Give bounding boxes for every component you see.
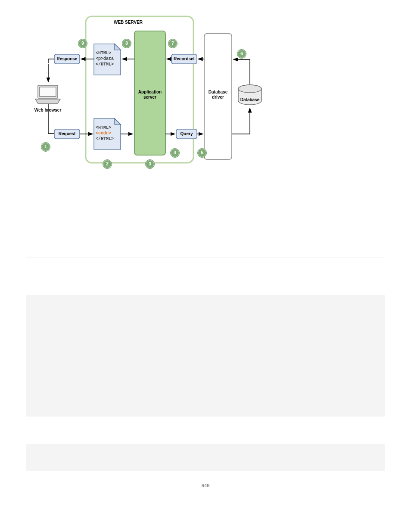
page-number: 648	[26, 483, 385, 488]
db-driver-label: Database driver	[206, 90, 230, 100]
svg-rect-9	[40, 87, 56, 96]
badge-5: 5	[197, 148, 207, 158]
badge-7: 7	[168, 39, 177, 48]
response-box-label: Response	[56, 56, 78, 62]
doc1-line1: <HTML>	[96, 51, 111, 56]
badge-8: 8	[122, 39, 131, 48]
badge-4: 4	[170, 148, 180, 158]
svg-point-11	[238, 85, 262, 93]
badge-6: 6	[237, 49, 246, 59]
doc1-line2: <p>data	[96, 56, 114, 62]
query-box-label: Query	[177, 131, 196, 137]
document-page: WEB SERVER Response Request Recordset Qu…	[0, 0, 411, 505]
badge-9: 9	[78, 39, 87, 48]
recordset-box-label: Recordset	[173, 56, 196, 62]
app-server-label: Application server	[136, 90, 164, 100]
doc1-line3: </HTML>	[96, 62, 114, 67]
diagram-title: WEB SERVER	[114, 20, 143, 25]
code-block-small	[26, 444, 385, 471]
badge-2: 2	[103, 159, 112, 169]
code-block-large	[26, 295, 385, 417]
database-label: Database	[240, 97, 260, 103]
doc2-line2: <code>	[96, 131, 111, 136]
badge-3: 3	[145, 159, 155, 169]
architecture-diagram: WEB SERVER Response Request Recordset Qu…	[28, 8, 270, 167]
doc2-line1: <HTML>	[96, 125, 111, 131]
badge-1: 1	[41, 142, 50, 152]
request-box-label: Request	[56, 131, 78, 137]
doc2-line3: </HTML>	[96, 137, 114, 142]
web-browser-label: Web browser	[32, 108, 64, 113]
section-divider	[26, 258, 385, 258]
